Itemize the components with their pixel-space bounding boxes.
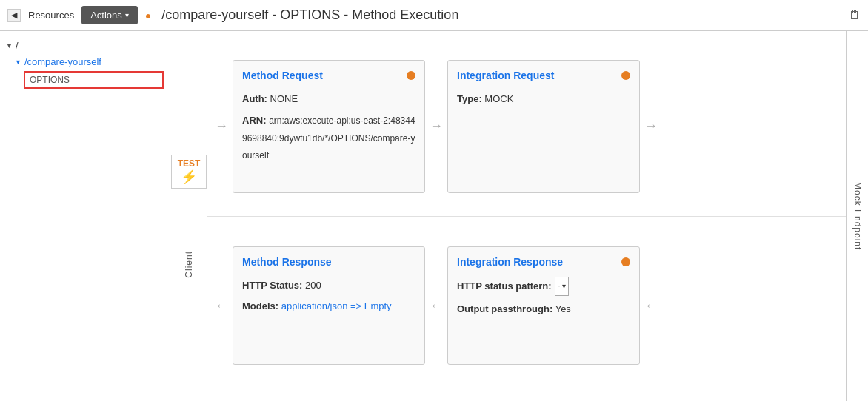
type-value: MOCK (484, 93, 513, 104)
arrow-right-3: → (644, 118, 658, 134)
test-label: TEST (178, 158, 201, 169)
integration-response-body: HTTP status pattern: - ▾ Output passthro… (457, 277, 630, 317)
auth-label: Auth: (242, 93, 267, 104)
method-response-card: Method Response HTTP Status: 200 Models:… (233, 246, 425, 365)
pattern-label: HTTP status pattern: (457, 277, 552, 294)
root-label: / (16, 40, 19, 51)
mock-endpoint-label: Mock Endpoint (852, 182, 863, 250)
top-bar: ◀ Resources Actions ▾ ● /compare-yoursel… (0, 0, 868, 31)
models-label: Models: (242, 300, 278, 311)
actions-button[interactable]: Actions ▾ (81, 6, 138, 24)
pattern-value: - (558, 278, 561, 294)
method-response-title: Method Response (242, 256, 415, 268)
client-label: Client (184, 251, 194, 278)
mock-endpoint-column: Mock Endpoint (846, 31, 868, 401)
models-value: application/json => Empty (281, 300, 392, 311)
passthrough-label: Output passthrough: (457, 303, 552, 314)
integration-response-dot (621, 257, 630, 266)
resources-label: Resources (28, 10, 74, 21)
lightning-icon: ⚡ (181, 169, 197, 185)
arrow-left-3: ← (644, 298, 658, 314)
method-request-body: Auth: NONE ARN: arn:aws:execute-api:us-e… (242, 90, 415, 164)
method-request-card: Method Request Auth: NONE ARN: arn:aws:e… (233, 60, 425, 193)
arn-label: ARN: (242, 115, 267, 126)
arrow-left-2: ← (430, 298, 443, 314)
arrow-right-2: → (430, 118, 443, 134)
passthrough-value: Yes (555, 303, 571, 314)
type-label: Type: (457, 93, 482, 104)
pattern-select[interactable]: - ▾ (555, 277, 569, 296)
test-badge[interactable]: TEST ⚡ (171, 155, 207, 189)
sidebar-toggle[interactable]: ◀ (7, 9, 21, 22)
client-column: TEST ⚡ Client (170, 31, 207, 401)
actions-label: Actions (90, 10, 122, 21)
integration-request-dot (621, 71, 630, 80)
compare-label: /compare-yourself (24, 56, 101, 67)
sidebar-item-compare-yourself[interactable]: ▼ /compare-yourself (0, 54, 170, 70)
sidebar: ▼ / ▼ /compare-yourself OPTIONS (0, 31, 170, 401)
integration-response-title: Integration Response (457, 256, 630, 268)
sidebar-root-item[interactable]: ▼ / (0, 37, 170, 54)
pattern-caret: ▾ (562, 280, 566, 293)
arn-value: arn:aws:execute-api:us-east-2:4834496988… (242, 115, 415, 161)
options-label: OPTIONS (30, 75, 70, 85)
copy-icon[interactable]: 🗒 (849, 9, 861, 22)
actions-caret: ▾ (125, 11, 129, 19)
method-request-dot (407, 71, 415, 80)
root-triangle: ▼ (6, 42, 13, 50)
auth-value: NONE (270, 93, 298, 104)
arrow-right-1: → (215, 118, 228, 134)
integration-request-body: Type: MOCK (457, 90, 630, 107)
status-value: 200 (305, 280, 321, 291)
integration-request-card: Integration Request Type: MOCK (447, 60, 640, 193)
compare-triangle: ▼ (15, 58, 21, 66)
method-request-title: Method Request (242, 70, 415, 81)
sidebar-item-options[interactable]: OPTIONS (24, 71, 164, 89)
integration-response-card: Integration Response HTTP status pattern… (447, 246, 640, 365)
page-title: /compare-yourself - OPTIONS - Method Exe… (161, 7, 458, 23)
content-area: TEST ⚡ Client → Method Request Auth (170, 31, 868, 401)
integration-request-title: Integration Request (457, 70, 630, 81)
main-layout: ▼ / ▼ /compare-yourself OPTIONS TEST ⚡ C… (0, 31, 868, 401)
status-label: HTTP Status: (242, 280, 302, 291)
method-response-body: HTTP Status: 200 Models: application/jso… (242, 277, 415, 314)
status-dot-header: ● (145, 10, 151, 21)
arrow-left-1: ← (215, 298, 228, 314)
